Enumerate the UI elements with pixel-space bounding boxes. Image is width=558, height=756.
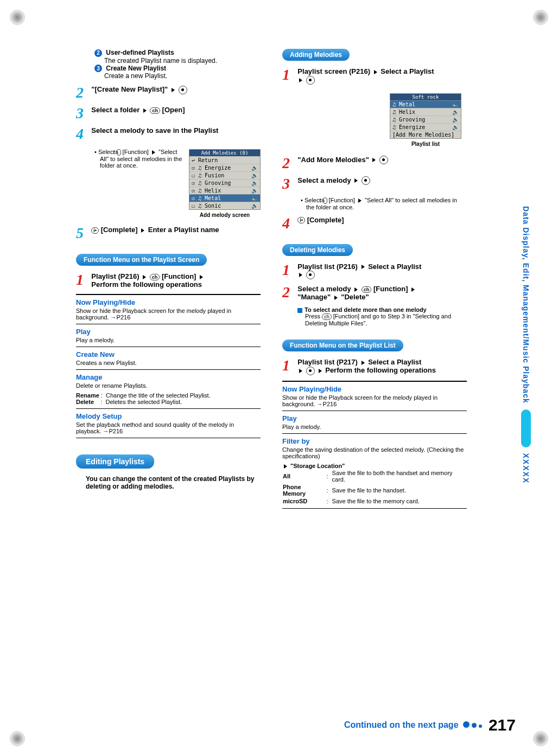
step-label: Select a Playlist [368,262,421,271]
step-label: "[Create New Playlist]" [91,85,170,93]
registration-mark-icon [533,10,548,25]
step-label: Playlist list (P217) [297,358,359,366]
section-heading: Function Menu on the Playlist List [282,339,467,351]
section-pill: Function Menu on the Playlist Screen [76,254,207,266]
step-label: Select a Playlist [381,67,434,75]
registration-mark-icon [533,731,548,746]
divider [282,411,467,411]
step-number: 5 [76,226,90,241]
continued-dots-icon [461,720,482,729]
step-label: Select a folder [91,106,141,114]
step-text: i• [Complete] [297,216,466,224]
playlist-screenshot: Soft rock ♫ Metal🔈 ♫ Helix🔈 ♫ Grooving🔈 … [390,93,461,147]
row-text: ♫ Energize [392,124,425,130]
menu-item-heading: Now Playing/Hide [76,298,261,306]
storage-location-options: "Storage Location" All:Save the file to … [282,463,467,505]
step-number: 3 [76,106,90,121]
screenshot-row: ♫ Helix🔈 [390,108,461,116]
menu-item-desc: Show or hide the Playback screen for the… [76,307,261,321]
section-heading: Adding Melodies [282,49,467,61]
circled-list: 2 User-defined Playlists The created Pla… [94,49,261,80]
substep-text: [Function] [327,197,357,203]
arrow-icon [152,150,155,155]
del-step-1: 1 Playlist list (P216) Select a Playlist [282,262,467,280]
option-name: Phone Memory [283,484,306,497]
screenshot-row: ☑ ♫ Grooving🔈 [189,179,260,187]
screenshot-row: ♫ Energize🔈 [390,123,461,131]
softkey-icon: i• [91,227,99,234]
list-item-desc: The created Playlist name is displayed. [104,57,261,65]
arrow-icon [358,198,362,203]
arrow-icon [374,70,377,74]
list-item-desc: Create a new Playlist. [104,72,261,80]
list-item-title: Create New Playlist [106,65,166,72]
arrow-icon [143,275,146,279]
section-heading: Editing Playlists [76,454,261,469]
menu-item-desc: Show or hide the Playback screen for the… [282,394,467,407]
divider [76,369,261,370]
option-desc: Change the title of the selected Playlis… [106,392,211,399]
step-substep: • Select ch [Function] "Select All" to s… [306,197,467,210]
list-item-title: User-defined Playlists [106,49,174,56]
option-name: All [283,473,290,479]
menu-item-desc: Creates a new Playlist. [76,360,261,366]
manage-options: Rename : Change the title of the selecte… [76,392,261,405]
phone-screenshot: Add Melodies (0) ↩ Return ☑ ♫ Energize🔈 … [189,149,261,210]
menu-item-desc: Change the saving destination of the sel… [282,446,467,459]
arrow-icon [362,361,365,365]
menu-item-heading: Play [76,328,261,336]
option-desc: Save the file to the memory card. [329,497,467,505]
step-label: Select a melody [297,285,353,293]
screenshot-title: Soft rock [390,94,461,100]
table-row: microSD:Save the file to the memory card… [282,497,467,505]
step-label: [Function] [162,272,198,280]
continued-line: Continued on the next page [344,720,482,730]
arrow-icon [372,158,376,162]
softkey-icon: ch [117,149,121,156]
screenshot-row: ☑ ♫ Metal🔈 [189,194,260,202]
step-3: 3 Select a folder ch [Open] [76,106,261,121]
step-text: "Add More Melodies" [297,156,466,165]
row-text: ♫ Grooving [392,117,425,123]
note-text: Press [305,313,322,319]
step-label: "Manage" [297,293,332,301]
arrow-icon [200,275,203,279]
step-label: Perform the following operations [91,280,202,289]
step-label: "Delete" [341,293,369,301]
arrow-icon [299,273,302,277]
function2-step-1: 1 Playlist list (P217) Select a Playlist… [282,358,467,375]
circled-number-icon: 2 [94,49,102,57]
continued-text: Continued on the next page [344,720,459,729]
menu-item-desc: Set the playback method and sound qualit… [76,421,261,434]
step-4: 4 Select a melody to save in the Playlis… [76,126,261,142]
page-number: 217 [489,716,516,734]
center-key-icon [179,86,187,94]
screenshot-caption: Add melody screen [189,212,261,218]
circled-number-icon: 3 [94,65,102,72]
table-row: All:Save the file to both the handset an… [282,469,467,483]
step-label: [Open] [162,106,185,114]
note-heading: To select and delete more than one melod… [305,306,427,313]
add-step-3: 3 Select a melody [282,176,467,191]
section-heading: Deleting Melodies [282,244,467,256]
row-text: ☑ ♫ Grooving [192,180,231,186]
step-label: "Add More Melodies" [297,156,371,164]
row-text: ☑ ♫ Metal [192,195,221,201]
softkey-icon: ch [323,197,327,204]
option-name: microSD [283,498,307,504]
step-label: Enter a Playlist name [148,226,219,234]
softkey-icon: i• [297,217,305,223]
registration-mark-icon [10,10,25,25]
menu-item-desc: Delete or rename Playlists. [76,382,261,389]
section-pill: Adding Melodies [282,49,350,61]
list-item: 3 Create New Playlist Create a new Playl… [94,65,261,80]
divider [282,508,467,509]
divider [282,433,467,434]
row-text: ♫ Metal [392,101,415,107]
screenshot-row: ♫ Metal🔈 [390,100,461,108]
center-key-icon [306,76,315,85]
softkey-icon: ch [322,313,332,320]
arrow-icon [411,287,415,292]
function-step-1: 1 Playlist (P216) ch [Function] Perform … [76,272,261,289]
step-5: 5 i• [Complete] Enter a Playlist name [76,226,261,241]
